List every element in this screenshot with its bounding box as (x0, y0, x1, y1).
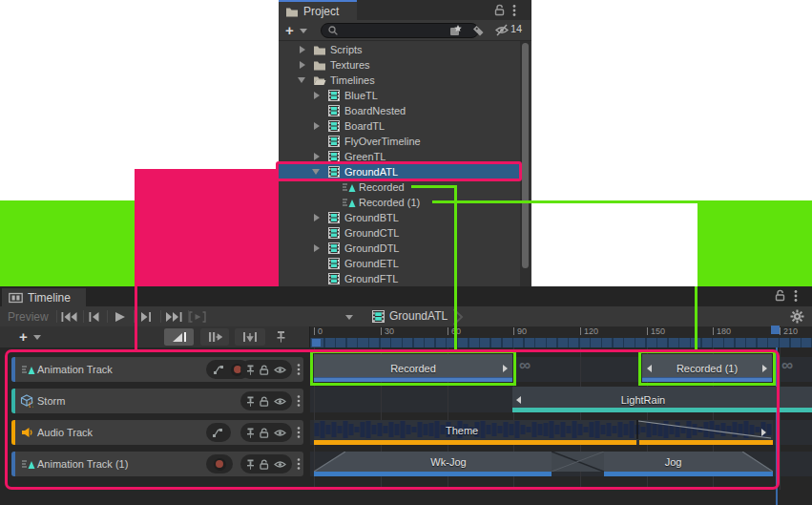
expand-icon[interactable] (300, 61, 305, 69)
expand-icon[interactable] (314, 153, 320, 160)
play-button[interactable] (115, 312, 125, 322)
breadcrumb-timeline-icon (372, 310, 385, 323)
menu-dots-icon[interactable] (512, 4, 516, 17)
annotation-green-block-left (0, 200, 135, 286)
timeline-tab-label: Timeline (28, 291, 71, 305)
add-track-dropdown-icon[interactable] (33, 335, 41, 340)
expand-icon[interactable] (314, 244, 320, 252)
hidden-count: 14 (510, 23, 522, 34)
ruler-tick: 210 (783, 327, 798, 336)
timeline-window-icon (9, 292, 23, 304)
hidden-count-eye-icon[interactable] (494, 24, 510, 36)
search-by-label-icon[interactable] (472, 25, 485, 36)
annotation-pink-outline-groundatl (276, 161, 522, 181)
search-by-type-icon[interactable] (448, 24, 463, 37)
tree-item-groundbtl[interactable]: GroundBTL (279, 210, 520, 225)
curves-view-button[interactable] (164, 328, 194, 346)
animation-clip-icon (342, 198, 356, 208)
tree-item-textures[interactable]: Textures (279, 57, 520, 73)
project-scrollbar-thumb[interactable] (522, 43, 529, 268)
timeline-asset-icon (328, 120, 340, 132)
ripple-edit-button[interactable] (200, 328, 229, 346)
ruler-tick: 180 (717, 327, 731, 336)
create-asset-dropdown-icon[interactable] (300, 29, 307, 33)
add-track-button[interactable]: + (19, 329, 28, 344)
pin-icon[interactable] (276, 330, 286, 343)
project-tab-label: Project (303, 5, 339, 18)
playback-toolbar: Preview 0 GroundATL (0, 306, 812, 326)
project-panel: Project + 14 (279, 0, 531, 286)
goto-start-button[interactable] (61, 312, 77, 322)
search-icon (327, 25, 339, 36)
ruler-tick: 150 (651, 327, 665, 336)
play-range-button[interactable] (189, 311, 206, 323)
annotation-pink-connector-line (135, 286, 137, 349)
expand-icon[interactable] (300, 46, 305, 53)
tree-item-groundetl[interactable]: GroundETL (279, 256, 520, 271)
previous-frame-button[interactable] (89, 312, 99, 322)
animation-clip-icon (342, 182, 356, 193)
timeline-titlebar (0, 286, 812, 306)
menu-dots-icon[interactable] (794, 289, 798, 303)
annotation-green-block-right (697, 200, 812, 286)
timeline-end-marker[interactable] (771, 326, 780, 334)
timeline-asset-icon (328, 242, 340, 254)
timeline-asset-icon (328, 227, 340, 239)
timeline-asset-icon (328, 212, 340, 223)
timeline-asset-icon (328, 136, 340, 147)
timeline-asset-icon (328, 105, 340, 116)
clip-hold-infinity: ∞ (781, 356, 793, 375)
tree-item-boardnested[interactable]: BoardNested (279, 103, 520, 118)
create-asset-button[interactable]: + (285, 23, 294, 37)
ripple-icon (208, 331, 222, 343)
ruler-tick: 30 (385, 327, 394, 336)
ruler-tick: 90 (517, 327, 527, 336)
tree-item-recorded[interactable]: Recorded (279, 179, 520, 195)
annotation-green-line-recorded-h (411, 185, 457, 188)
expand-icon[interactable] (314, 122, 320, 130)
annotation-green-line-recorded1-v (695, 286, 697, 353)
gear-icon[interactable] (790, 309, 804, 324)
track-toolbar: + (0, 326, 310, 347)
ruler-tick: 120 (584, 327, 598, 336)
annotation-green-line-recorded1-h (432, 200, 697, 203)
breadcrumb[interactable]: GroundATL (389, 309, 448, 323)
expand-icon[interactable] (314, 92, 320, 99)
goto-end-button[interactable] (166, 312, 182, 322)
insert-gap-button[interactable] (235, 328, 265, 346)
tab-timeline[interactable]: Timeline (2, 288, 86, 306)
collapse-icon[interactable] (298, 77, 305, 83)
project-toolbar: + 14 (279, 20, 531, 41)
tree-item-boardtl[interactable]: BoardTL (279, 118, 520, 134)
insert-gap-icon (242, 331, 258, 343)
playhead-marker[interactable] (312, 339, 321, 347)
unity-editor: Project + 14 (0, 0, 812, 505)
timeline-asset-icon (328, 258, 340, 269)
annotation-pink-outline-tracks (5, 349, 780, 490)
tree-item-timelines[interactable]: Timelines (279, 73, 520, 88)
expand-icon[interactable] (314, 214, 320, 221)
tree-item-bluetl[interactable]: BlueTL (279, 88, 520, 103)
timeline-asset-icon (328, 273, 340, 284)
timeline-asset-icon (328, 90, 340, 101)
tree-item-grounddtl[interactable]: GroundDTL (279, 241, 520, 256)
annotation-pink-block (135, 169, 279, 286)
tree-item-scripts[interactable]: Scripts (279, 42, 520, 57)
tree-item-groundctl[interactable]: GroundCTL (279, 225, 520, 241)
preview-toggle[interactable]: Preview (8, 310, 49, 324)
tree-item-groundftl[interactable]: GroundFTL (279, 271, 520, 286)
lock-icon[interactable] (494, 4, 505, 16)
folder-open-icon (313, 74, 326, 86)
tree-item-flyovertimeline[interactable]: FlyOverTimeline (279, 134, 520, 149)
frame-dropdown-icon[interactable] (345, 315, 353, 320)
folder-icon (285, 6, 299, 17)
folder-icon (313, 59, 326, 71)
next-frame-button[interactable] (141, 312, 152, 322)
curves-icon (172, 331, 187, 343)
annotation-green-line-recorded-v (454, 185, 457, 353)
lock-icon[interactable] (775, 289, 785, 302)
tab-project[interactable]: Project (279, 2, 357, 20)
ruler-tick: 0 (318, 327, 323, 336)
folder-icon (313, 44, 326, 55)
time-ruler[interactable]: 0 30 60 90 120 150 180 210 (310, 326, 812, 347)
